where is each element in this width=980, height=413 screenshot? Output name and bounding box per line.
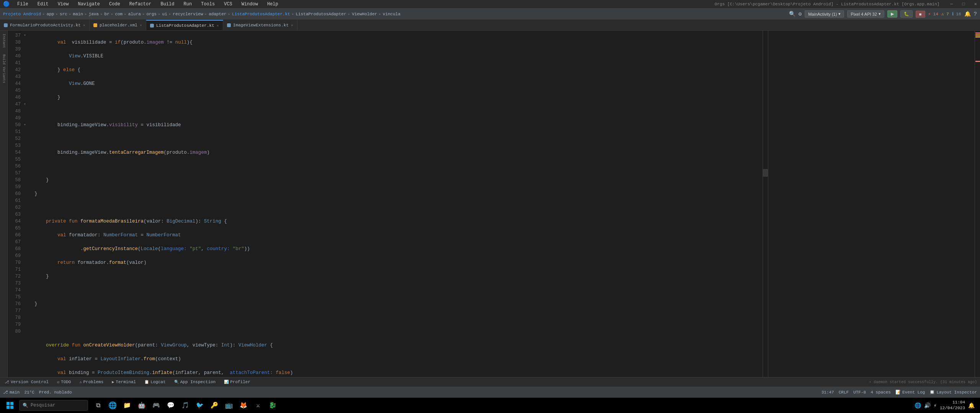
layout-inspector-icon: 🔲 [929,390,935,395]
app-icon-5[interactable]: 🔑 [207,398,221,412]
close-tab-2-icon[interactable]: ✕ [140,23,142,28]
app-icon-3[interactable]: 🎵 [178,398,192,412]
taskbar-search-icon: 🔍 [23,403,28,408]
menu-tools[interactable]: Tools [199,1,216,8]
tab-bar: FormularioProdutoActivity.kt ✕ placehold… [0,20,980,31]
app-icon: 🔵 [3,1,10,7]
charset-selector[interactable]: UTF-8 [853,390,866,395]
close-btn[interactable]: ✕ [974,1,977,7]
search-icon[interactable]: 🔍 [789,11,795,17]
error-marker-2 [975,61,980,62]
maximize-btn[interactable]: □ [962,2,965,7]
tab-label-3: ListaProdutosAdapter.kt [156,23,214,28]
build-variants-label[interactable]: Build Variants [2,53,6,85]
taskbar-system-tray: 🌐 🔊 ⚡ 11:04 12/04/2023 🔔 [915,400,978,411]
app-icon-9[interactable]: 🐉 [266,398,279,412]
android-studio-button[interactable]: 🤖 [135,398,149,412]
menu-build[interactable]: Build [159,1,176,8]
code-editor[interactable]: 37 38 39 40 41 42 43 44 45 46 47 48 49 5… [8,31,768,377]
help-icon[interactable]: ? [974,11,977,17]
scrollbar-gutter[interactable] [763,31,768,377]
line-number-gutter: 37 38 39 40 41 42 43 44 45 46 47 48 49 5… [8,31,24,377]
menu-view[interactable]: View [56,1,70,8]
code-text[interactable]: val visibilidade = if(produto.imagem != … [30,31,763,377]
notification-center-icon[interactable]: 🔔 [968,402,975,409]
menu-vcs[interactable]: VCS [222,1,234,8]
indent-selector[interactable]: 4 spaces [871,390,891,395]
stop-button[interactable]: ■ [916,11,925,18]
app-icon-2[interactable]: 💬 [164,398,178,412]
file-manager-button[interactable]: 📁 [120,398,134,412]
tab-placeholder[interactable]: placeholder.xml ✕ [90,20,146,30]
minimize-btn[interactable]: ─ [950,2,953,7]
app-icon-1[interactable]: 🎮 [149,398,163,412]
device-selector[interactable]: Pixel 4 API 32 ▾ [847,10,884,18]
inspection-icon: 🔍 [174,380,179,384]
task-view-icon: ⧉ [96,402,100,409]
task-view-button[interactable]: ⧉ [91,398,105,412]
menu-bar: 🔵 File Edit View Navigate Code Refactor … [0,0,980,8]
time-display-taskbar: 11:04 [940,400,965,405]
problems-icon: ⚠ [79,380,82,384]
clock-display[interactable]: 11:04 12/04/2023 [940,400,965,411]
layout-inspector-btn[interactable]: 🔲 Layout Inspector [929,390,977,395]
close-tab-3-icon[interactable]: ✕ [217,23,219,28]
version-control-tab[interactable]: ⎇ Version Control [3,379,50,385]
battery-icon: ⚡ [934,402,937,409]
menu-help[interactable]: Help [266,1,280,8]
close-tab-4-icon[interactable]: ✕ [291,23,293,28]
gear-icon[interactable]: ⚙ [799,11,802,17]
menu-refactor[interactable]: Refactor [128,1,153,8]
date-display-taskbar: 12/04/2023 [940,405,965,411]
menu-window[interactable]: Window [240,1,260,8]
volume-icon[interactable]: 🔊 [924,402,931,409]
menu-run[interactable]: Run [182,1,193,8]
menu-edit[interactable]: Edit [36,1,50,8]
notifications-icon[interactable]: 🔔 [964,11,971,17]
start-button[interactable] [2,398,18,413]
right-split-panel [768,31,975,377]
temp-value: 21°C [24,390,34,395]
xml-file-icon [93,23,97,27]
logcat-tab[interactable]: 📋 Logcat [143,379,167,385]
tab-lista-adapter[interactable]: ListaProdutosAdapter.kt ✕ [146,20,223,30]
todo-label: TODO [61,380,71,384]
scroll-thumb[interactable] [763,169,768,177]
todo-tab[interactable]: ☑ TODO [56,379,72,385]
tab-imageview[interactable]: ImageViewExtensions.kt ✕ [223,20,297,30]
profiler-icon: 📊 [224,380,229,384]
terminal-label: Terminal [116,380,136,384]
line-ending[interactable]: CRLF [839,390,849,395]
app-icon-7[interactable]: 🦊 [237,398,250,412]
tab-formulario[interactable]: FormularioProdutoActivity.kt ✕ [0,20,90,30]
menu-code[interactable]: Code [108,1,122,8]
warning-marker-2 [975,36,980,37]
debug-button[interactable]: 🐛 [900,10,913,18]
close-tab-icon[interactable]: ✕ [83,23,85,28]
app-icon-8[interactable]: ⚔️ [251,398,265,412]
app-9-icon: 🐉 [269,402,276,409]
browser-button[interactable]: 🌐 [106,398,119,412]
instant-label[interactable]: Instant [2,32,6,50]
git-status[interactable]: ⎇ main [3,390,20,395]
run-button[interactable]: ▶ [887,10,897,18]
problems-tab[interactable]: ⚠ Problems [78,379,105,385]
android-studio-icon: 🤖 [138,402,145,409]
device-label: Pixel 4 API 32 [851,12,877,16]
app-5-icon: 🔑 [211,402,218,409]
taskbar-search-box[interactable]: 🔍 Pesquisar [19,400,88,411]
network-icon[interactable]: 🌐 [915,402,921,409]
menu-navigate[interactable]: Navigate [76,1,101,8]
menu-file[interactable]: File [16,1,30,8]
app-icon-4[interactable]: 🐦 [193,398,207,412]
app-icon-6[interactable]: 📺 [222,398,236,412]
run-config-selector[interactable]: MainActivity (1) ▾ [805,10,844,18]
error-marker [975,33,980,34]
profiler-tab[interactable]: 📊 Profiler [222,379,252,385]
event-log-btn[interactable]: 📝 Event Log [895,390,925,395]
event-log-label: Event Log [902,390,925,395]
warning-marker [975,34,980,36]
terminal-tab[interactable]: ▶ Terminal [110,379,137,385]
app-inspection-tab[interactable]: 🔍 App Inspection [173,379,217,385]
app-8-icon: ⚔️ [256,402,260,409]
